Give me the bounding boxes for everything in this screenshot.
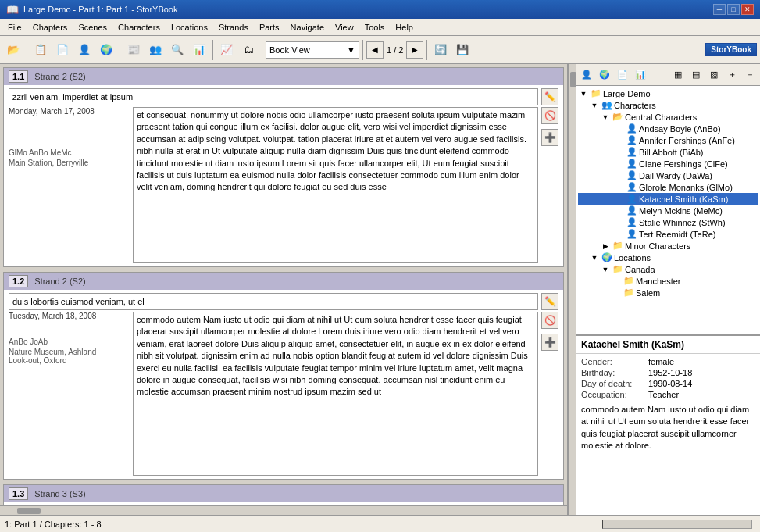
add-person-button[interactable]: 👤: [74, 40, 95, 60]
tree-locations-expand[interactable]: ▼: [589, 254, 600, 262]
scene-edit-btn-1-2[interactable]: ✏️: [541, 293, 558, 310]
statusbar-scroll: [599, 520, 755, 529]
menu-characters[interactable]: Characters: [113, 21, 165, 34]
vertical-scrollbar[interactable]: [569, 64, 576, 515]
tree-char-kasm[interactable]: 👤 Katachel Smith (KaSm): [578, 193, 758, 205]
rt-doc-btn[interactable]: 📄: [614, 66, 631, 84]
tree-loc-salem[interactable]: 📁 Salem: [578, 287, 758, 298]
tree-char-memc-icon: 👤: [626, 205, 637, 216]
view5-button[interactable]: 📈: [216, 40, 237, 60]
close-button[interactable]: ✕: [741, 4, 754, 15]
scene-main-row-1-1: Monday, March 17, 2008 GlMo AnBo MeMc Ma…: [9, 107, 558, 263]
view-selector[interactable]: Book View ▼: [266, 41, 359, 59]
menu-locations[interactable]: Locations: [166, 21, 212, 34]
rt-chart-btn[interactable]: 📊: [632, 66, 649, 84]
refresh-button[interactable]: 🔄: [430, 40, 451, 60]
open-button[interactable]: 📂: [3, 40, 23, 60]
scene-edit-btn-1-1[interactable]: ✏️: [541, 88, 558, 105]
menu-scenes[interactable]: Scenes: [73, 21, 112, 34]
tree-loc-manchester[interactable]: 📁 Manchester: [578, 275, 758, 287]
scene-block-btn-1-2[interactable]: 🚫: [541, 312, 558, 329]
rt-minus-btn[interactable]: －: [741, 66, 758, 84]
tree-char-anfe[interactable]: 👤 Annifer Fershings (AnFe): [578, 134, 758, 146]
menu-help[interactable]: Help: [391, 21, 418, 34]
scene-title-row-1-2: duis lobortis euismod veniam, ut el ✏️: [9, 293, 558, 310]
window-controls[interactable]: ─ □ ✕: [713, 4, 754, 15]
tree-loc-canada-expand[interactable]: ▼: [600, 266, 611, 273]
qi-occupation-value: Teacher: [648, 390, 679, 399]
tree-char-glmo[interactable]: 👤 Glorole Monanks (GlMo): [578, 181, 758, 193]
nav-position: 1 / 2: [387, 45, 403, 55]
nav-next-button[interactable]: ▶: [406, 41, 423, 59]
tree-root[interactable]: ▼ 📁 Large Demo: [578, 87, 758, 99]
export-button[interactable]: 💾: [452, 40, 473, 60]
qi-death-value: 1990-08-14: [648, 379, 692, 388]
scene-loc-1-2-1: Nature Museum, Ashland: [9, 348, 130, 356]
scene-content-1-1[interactable]: et consequat, nonummy ut dolore nobis od…: [133, 107, 538, 263]
tree-central-expand[interactable]: ▼: [600, 113, 611, 121]
scene-block-btn-1-1[interactable]: 🚫: [541, 107, 558, 124]
scene-location-1-1: Main Station, Berryville: [9, 159, 130, 167]
rt-plus-btn[interactable]: ＋: [723, 66, 740, 84]
scenes-list[interactable]: 1.1 Strand 2 (S2) zzril veniam, imperdie…: [0, 64, 567, 505]
tree-panel[interactable]: ▼ 📁 Large Demo ▼ 👥 Characters ▼ 📂 Centra…: [576, 86, 760, 335]
vscroll-thumb[interactable]: [570, 72, 576, 87]
tree-char-stwh[interactable]: 👤 Stalie Whinnez (StWh): [578, 216, 758, 228]
rt-grid3-btn[interactable]: ▧: [705, 66, 723, 84]
tree-minor-expand[interactable]: ▶: [600, 242, 611, 250]
menu-parts[interactable]: Parts: [255, 21, 284, 34]
qi-gender-label: Gender:: [581, 357, 644, 366]
qi-birthday-label: Birthday:: [581, 368, 644, 377]
view2-button[interactable]: 👥: [145, 40, 166, 60]
view1-button[interactable]: 📰: [123, 40, 144, 60]
view3-button[interactable]: 🔍: [167, 40, 187, 60]
new-chapter-button[interactable]: 📋: [30, 40, 51, 60]
scene-location-1-2: Nature Museum, Ashland Look-out, Oxford: [9, 348, 130, 365]
horizontal-scrollbar[interactable]: [0, 505, 567, 515]
tree-char-anbo[interactable]: 👤 Andsay Boyle (AnBo): [578, 123, 758, 134]
tree-central-characters[interactable]: ▼ 📂 Central Characters: [578, 111, 758, 123]
tree-root-expand[interactable]: ▼: [578, 90, 589, 98]
tree-characters[interactable]: ▼ 👥 Characters: [578, 99, 758, 111]
menu-view[interactable]: View: [330, 21, 359, 34]
tree-char-tere[interactable]: 👤 Tert Reemidt (TeRe): [578, 228, 758, 240]
view4-button[interactable]: 📊: [189, 40, 209, 60]
menu-navigate[interactable]: Navigate: [286, 21, 329, 34]
scene-add-btn-1-2[interactable]: ➕: [541, 334, 558, 351]
tree-minor-label: Minor Characters: [625, 241, 690, 251]
rt-grid1-btn[interactable]: ▦: [669, 66, 687, 84]
titlebar: 📖 Large Demo - Part 1: Part 1 - StorYBoo…: [0, 0, 760, 19]
tree-char-memc-label: Melyn Mckins (MeMc): [639, 206, 723, 216]
tree-minor-characters[interactable]: ▶ 📁 Minor Characters: [578, 240, 758, 252]
add-location-button[interactable]: 🌍: [96, 40, 116, 60]
scene-title-input-1-1[interactable]: zzril veniam, imperdiet at ipsum: [9, 88, 538, 105]
rt-globe-btn[interactable]: 🌍: [596, 66, 613, 84]
tree-char-stwh-label: Stalie Whinnez (StWh): [639, 218, 726, 227]
storybook-logo: StorYBook: [705, 43, 757, 56]
tree-characters-expand[interactable]: ▼: [589, 102, 600, 109]
view6-button[interactable]: 🗂: [238, 40, 259, 60]
tree-char-clfe[interactable]: 👤 Clane Fershings (ClFe): [578, 158, 758, 170]
tree-char-biab[interactable]: 👤 Bill Abbott (BiAb): [578, 146, 758, 158]
new-scene-button[interactable]: 📄: [52, 40, 73, 60]
menu-strands[interactable]: Strands: [214, 21, 253, 34]
scene-title-input-1-2[interactable]: duis lobortis euismod veniam, ut el: [9, 293, 538, 310]
statusbar-scrollbar[interactable]: [602, 520, 752, 529]
tree-char-anbo-label: Andsay Boyle (AnBo): [639, 124, 721, 134]
tree-loc-manchester-label: Manchester: [636, 277, 680, 286]
menu-chapters[interactable]: Chapters: [28, 21, 73, 34]
scrollbar-thumb[interactable]: [17, 508, 41, 514]
menu-tools[interactable]: Tools: [360, 21, 390, 34]
scene-add-btn-1-1[interactable]: ➕: [541, 129, 558, 146]
minimize-button[interactable]: ─: [713, 4, 726, 15]
menu-file[interactable]: File: [3, 21, 27, 34]
tree-locations[interactable]: ▼ 🌍 Locations: [578, 252, 758, 263]
nav-prev-button[interactable]: ◀: [366, 41, 384, 59]
rt-grid2-btn[interactable]: ▤: [687, 66, 705, 84]
tree-char-memc[interactable]: 👤 Melyn Mckins (MeMc): [578, 205, 758, 216]
rt-person-btn[interactable]: 👤: [578, 66, 595, 84]
scene-content-1-2[interactable]: commodo autem Nam iusto ut odio qui diam…: [133, 312, 538, 476]
tree-char-dawa[interactable]: 👤 Dail Wardy (DaWa): [578, 170, 758, 181]
maximize-button[interactable]: □: [727, 4, 740, 15]
tree-loc-canada[interactable]: ▼ 📁 Canada: [578, 263, 758, 275]
